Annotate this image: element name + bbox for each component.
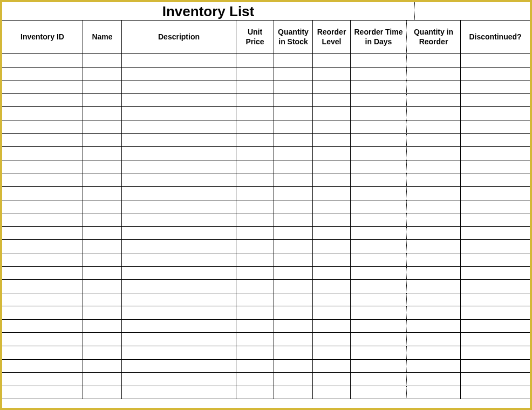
cell[interactable] — [122, 240, 236, 253]
table-row[interactable] — [2, 200, 530, 214]
cell[interactable] — [236, 160, 274, 174]
cell[interactable] — [407, 94, 461, 107]
cell[interactable] — [236, 373, 274, 386]
cell[interactable] — [313, 293, 351, 307]
cell[interactable] — [274, 346, 313, 360]
cell[interactable] — [122, 120, 236, 134]
cell[interactable] — [236, 293, 274, 307]
cell[interactable] — [2, 306, 83, 320]
cell[interactable] — [407, 280, 461, 293]
cell[interactable] — [461, 386, 530, 400]
cell[interactable] — [351, 187, 407, 200]
cell[interactable] — [236, 227, 274, 240]
table-row[interactable] — [2, 173, 530, 187]
table-row[interactable] — [2, 68, 530, 81]
cell[interactable] — [313, 373, 351, 386]
cell[interactable] — [2, 346, 83, 360]
cell[interactable] — [236, 306, 274, 320]
cell[interactable] — [274, 306, 313, 320]
cell[interactable] — [83, 267, 122, 280]
cell[interactable] — [461, 267, 530, 280]
cell[interactable] — [2, 280, 83, 293]
cell[interactable] — [2, 80, 83, 94]
cell[interactable] — [2, 173, 83, 187]
cell[interactable] — [461, 373, 530, 386]
cell[interactable] — [407, 360, 461, 373]
cell[interactable] — [313, 107, 351, 120]
cell[interactable] — [274, 213, 313, 227]
cell[interactable] — [83, 94, 122, 107]
cell[interactable] — [122, 333, 236, 346]
cell[interactable] — [313, 240, 351, 253]
cell[interactable] — [122, 213, 236, 227]
cell[interactable] — [461, 173, 530, 187]
cell[interactable] — [122, 306, 236, 320]
cell[interactable] — [122, 147, 236, 160]
cell[interactable] — [83, 360, 122, 373]
cell[interactable] — [351, 68, 407, 81]
cell[interactable] — [351, 360, 407, 373]
table-row[interactable] — [2, 293, 530, 307]
cell[interactable] — [83, 373, 122, 386]
cell[interactable] — [122, 227, 236, 240]
cell[interactable] — [274, 187, 313, 200]
cell[interactable] — [236, 80, 274, 94]
cell[interactable] — [122, 346, 236, 360]
table-row[interactable] — [2, 54, 530, 68]
table-row[interactable] — [2, 240, 530, 253]
cell[interactable] — [461, 293, 530, 307]
cell[interactable] — [407, 68, 461, 81]
cell[interactable] — [313, 80, 351, 94]
cell[interactable] — [2, 200, 83, 214]
cell[interactable] — [313, 267, 351, 280]
cell[interactable] — [313, 120, 351, 134]
cell[interactable] — [2, 160, 83, 174]
cell[interactable] — [461, 187, 530, 200]
cell[interactable] — [122, 373, 236, 386]
cell[interactable] — [313, 346, 351, 360]
table-row[interactable] — [2, 107, 530, 120]
cell[interactable] — [236, 240, 274, 253]
cell[interactable] — [313, 280, 351, 293]
cell[interactable] — [83, 147, 122, 160]
cell[interactable] — [2, 120, 83, 134]
cell[interactable] — [83, 253, 122, 267]
table-row[interactable] — [2, 373, 530, 386]
cell[interactable] — [351, 240, 407, 253]
cell[interactable] — [83, 120, 122, 134]
cell[interactable] — [461, 107, 530, 120]
cell[interactable] — [2, 94, 83, 107]
cell[interactable] — [274, 80, 313, 94]
table-row[interactable] — [2, 187, 530, 200]
cell[interactable] — [407, 134, 461, 147]
cell[interactable] — [407, 267, 461, 280]
cell[interactable] — [2, 267, 83, 280]
cell[interactable] — [351, 373, 407, 386]
cell[interactable] — [236, 267, 274, 280]
cell[interactable] — [351, 94, 407, 107]
cell[interactable] — [313, 253, 351, 267]
cell[interactable] — [461, 320, 530, 333]
cell[interactable] — [461, 147, 530, 160]
cell[interactable] — [351, 333, 407, 346]
cell[interactable] — [351, 160, 407, 174]
table-row[interactable] — [2, 280, 530, 293]
cell[interactable] — [351, 386, 407, 400]
cell[interactable] — [461, 240, 530, 253]
cell[interactable] — [83, 280, 122, 293]
cell[interactable] — [83, 293, 122, 307]
cell[interactable] — [122, 386, 236, 400]
cell[interactable] — [407, 187, 461, 200]
cell[interactable] — [2, 293, 83, 307]
cell[interactable] — [407, 107, 461, 120]
cell[interactable] — [2, 373, 83, 386]
cell[interactable] — [122, 320, 236, 333]
cell[interactable] — [122, 360, 236, 373]
cell[interactable] — [83, 320, 122, 333]
cell[interactable] — [2, 360, 83, 373]
cell[interactable] — [407, 333, 461, 346]
cell[interactable] — [236, 360, 274, 373]
cell[interactable] — [313, 187, 351, 200]
cell[interactable] — [83, 80, 122, 94]
cell[interactable] — [2, 253, 83, 267]
